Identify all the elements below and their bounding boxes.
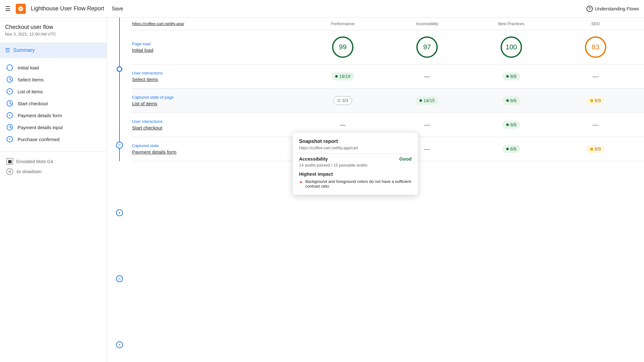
tooltip-impact-item: ▲ Background and foreground colors do no… bbox=[299, 179, 412, 189]
score-perf-2: 18/19 bbox=[301, 72, 385, 80]
flow-date: Nov 3, 2021, 12:00 AM UTC bbox=[5, 32, 102, 36]
step-label-select-items: Select Items bbox=[18, 77, 44, 82]
help-icon: ? bbox=[586, 6, 593, 12]
column-headers: https://coffee-cart.netlify.app/ Perform… bbox=[132, 18, 644, 30]
score-perf-1: 99 bbox=[301, 36, 385, 58]
row-name-4[interactable]: Start checkout bbox=[132, 125, 301, 130]
sidebar-steps: Initial load Select Items List of items … bbox=[0, 58, 107, 149]
bp-pill-2: 8/8 bbox=[502, 72, 520, 80]
row-type-5: Captured state bbox=[132, 143, 301, 148]
row-name-3[interactable]: List of items bbox=[132, 101, 301, 106]
step-label-purchase: Purchase confirmed bbox=[18, 137, 59, 142]
col-perf-header: Performance bbox=[301, 21, 385, 26]
seo-pill-5: 6/9 bbox=[586, 145, 604, 153]
sidebar-header: Checkout user flow Nov 3, 2021, 12:00 AM… bbox=[0, 18, 107, 43]
device-meta: ⬛ Emulated Moto G4 bbox=[6, 158, 100, 165]
help-label: Understanding Flows bbox=[595, 6, 639, 11]
row-initial-load-info: Page load Initial load bbox=[132, 41, 301, 53]
score-bp-4: 8/8 bbox=[469, 121, 553, 129]
row-type-3: Captured state of page bbox=[132, 95, 301, 100]
perf-pill-2: 18/19 bbox=[331, 72, 354, 80]
score-bp-5: 6/6 bbox=[469, 145, 553, 153]
save-button[interactable]: Save bbox=[112, 6, 123, 12]
row-type-2: User interactions bbox=[132, 71, 301, 75]
gear-icon: ⚙ bbox=[6, 168, 13, 175]
topbar: ☰ Lighthouse User Flow Report Save ? Und… bbox=[0, 0, 644, 18]
app-logo bbox=[16, 4, 26, 14]
flow-title: Checkout user flow bbox=[5, 24, 102, 30]
col-bp-header: Best Practices bbox=[469, 21, 553, 26]
summary-label: Summary bbox=[13, 47, 35, 53]
understanding-flows-link[interactable]: ? Understanding Flows bbox=[586, 6, 639, 12]
score-a11y-1: 97 bbox=[385, 36, 469, 58]
score-seo-5: 6/9 bbox=[553, 145, 638, 153]
sidebar-step-select-items[interactable]: Select Items bbox=[0, 74, 107, 85]
bp-pill-4: 8/8 bbox=[502, 121, 520, 129]
step-label-payment-input: Payment details input bbox=[18, 125, 63, 130]
score-seo-3: 6/9 bbox=[553, 96, 638, 105]
load-icon bbox=[6, 64, 13, 71]
score-bp-3: 6/6 bbox=[469, 96, 553, 105]
timeline-node-3: ✦ bbox=[116, 209, 123, 216]
tooltip-title: Snapshot report bbox=[299, 139, 412, 144]
sidebar-step-start-checkout[interactable]: Start checkout bbox=[0, 97, 107, 109]
tooltip-impact-text: Background and foreground colors do not … bbox=[305, 179, 412, 189]
clock-icon-2 bbox=[6, 100, 13, 107]
snap-icon-3 bbox=[6, 136, 13, 143]
row-name-1[interactable]: Initial load bbox=[132, 47, 301, 53]
timeline-node-1 bbox=[117, 66, 122, 72]
main-layout: Checkout user flow Nov 3, 2021, 12:00 AM… bbox=[0, 18, 644, 362]
score-a11y-3: 14/15 bbox=[385, 96, 469, 105]
dash-seo-2: — bbox=[592, 73, 599, 80]
row-initial-load: Page load Initial load 99 97 100 83 bbox=[132, 30, 644, 64]
menu-icon[interactable]: ☰ bbox=[5, 5, 11, 13]
summary-nav-item[interactable]: ☰ Summary bbox=[0, 43, 107, 58]
step-label-start-checkout: Start checkout bbox=[18, 101, 48, 106]
device-icon: ⬛ bbox=[6, 158, 13, 165]
sidebar-meta: ⬛ Emulated Moto G4 ⚙ 4x slowdown bbox=[0, 154, 107, 179]
row-type-4: User interactions bbox=[132, 119, 301, 124]
main-content: ⏱ ✦ ⏱ ✦ https://coffee-cart.n bbox=[107, 18, 644, 362]
tooltip-impact-title: Highest impact bbox=[299, 171, 412, 177]
step-label-list-of-items: List of items bbox=[18, 89, 43, 94]
app-title: Lighthouse User Flow Report bbox=[31, 5, 104, 12]
row-name-2[interactable]: Select Items bbox=[132, 77, 301, 82]
step-label-payment-form: Payment details form bbox=[18, 113, 62, 118]
row-select-items-info: User interactions Select Items bbox=[132, 71, 301, 82]
clock-icon-1 bbox=[6, 76, 13, 83]
tooltip-desc: 14 audits passed / 15 passable audits bbox=[299, 163, 412, 167]
sidebar: Checkout user flow Nov 3, 2021, 12:00 AM… bbox=[0, 18, 107, 362]
green-dot-4 bbox=[506, 99, 509, 102]
perf-pill-3: 3/3 bbox=[333, 96, 352, 105]
row-name-5[interactable]: Payment details form bbox=[132, 149, 301, 155]
clock-icon-3 bbox=[6, 124, 13, 131]
row-payment-form-info: Captured state Payment details form bbox=[132, 143, 301, 155]
sidebar-step-initial-load[interactable]: Initial load bbox=[0, 62, 107, 74]
sidebar-step-payment-input[interactable]: Payment details input bbox=[0, 121, 107, 133]
col-seo-header: SEO bbox=[553, 21, 638, 26]
score-bp-1: 100 bbox=[469, 36, 553, 58]
col-a11y-header: Accessibility bbox=[385, 21, 469, 26]
dash-a11y-2: — bbox=[424, 73, 430, 80]
col-url-header[interactable]: https://coffee-cart.netlify.app/ bbox=[132, 21, 301, 26]
a11y-pill-3: 14/15 bbox=[416, 96, 438, 105]
sidebar-step-payment-form[interactable]: Payment details form bbox=[0, 109, 107, 121]
device-label: Emulated Moto G4 bbox=[16, 159, 53, 164]
tooltip-url: https://coffee-cart.netlify.app/cart bbox=[299, 145, 412, 150]
snap-icon-1 bbox=[6, 88, 13, 95]
green-dot-2 bbox=[506, 75, 509, 78]
snap-icon-2 bbox=[6, 112, 13, 119]
timeline-node-2: ⏱ bbox=[116, 142, 123, 149]
green-dot-3 bbox=[419, 99, 422, 102]
timeline-node-4: ⏱ bbox=[116, 275, 123, 282]
tooltip-section-status: Good bbox=[399, 156, 412, 162]
tooltip-section-label: Accessibility bbox=[299, 156, 328, 162]
sidebar-step-purchase[interactable]: Purchase confirmed bbox=[0, 133, 107, 145]
seo-circle-1: 83 bbox=[585, 36, 606, 58]
warning-triangle-icon: ▲ bbox=[299, 179, 303, 184]
score-seo-4: — bbox=[553, 121, 638, 129]
sidebar-step-list-of-items[interactable]: List of items bbox=[0, 85, 107, 97]
timeline-column: ⏱ ✦ ⏱ ✦ bbox=[107, 18, 132, 161]
orange-sq bbox=[590, 99, 593, 102]
slowdown-label: 4x slowdown bbox=[16, 169, 42, 174]
